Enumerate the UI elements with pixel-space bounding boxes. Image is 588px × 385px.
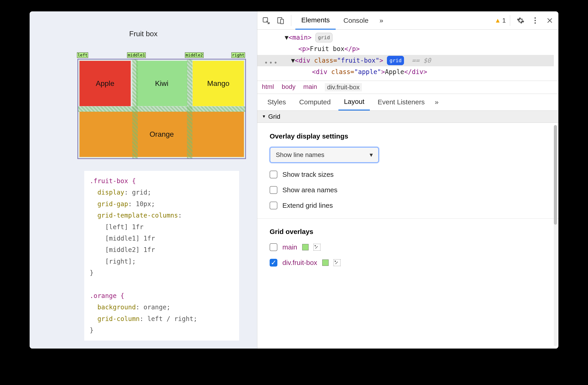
device-toggle-icon[interactable] bbox=[274, 14, 287, 27]
warning-icon: ▲ bbox=[495, 17, 501, 24]
dom-node-main[interactable]: ▼<main> grid bbox=[285, 32, 554, 43]
tab-elements[interactable]: Elements bbox=[295, 11, 336, 30]
overlay-row-fruit-box[interactable]: ✓ div.fruit-box bbox=[270, 259, 546, 267]
reveal-icon[interactable] bbox=[314, 244, 320, 251]
cell-kiwi: Kiwi bbox=[136, 61, 188, 106]
opt-area-names[interactable]: Show area names bbox=[270, 186, 546, 194]
tab-layout[interactable]: Layout bbox=[338, 94, 370, 110]
tab-console[interactable]: Console bbox=[337, 11, 374, 30]
scrollbar[interactable] bbox=[554, 125, 557, 346]
page-title: Fruit box bbox=[30, 30, 257, 38]
dom-node-fruit-box[interactable]: ••• ▼<div class="fruit-box"> grid == $0 bbox=[257, 55, 554, 66]
cell-mango: Mango bbox=[193, 61, 244, 106]
grid-badge[interactable]: grid bbox=[315, 33, 333, 42]
dom-tree[interactable]: ▼<main> grid <p>Fruit box</p> ••• ▼<div … bbox=[257, 30, 558, 81]
warning-count: 1 bbox=[502, 17, 506, 24]
grid-line-label: right bbox=[231, 52, 245, 58]
reveal-icon[interactable] bbox=[334, 259, 340, 266]
layout-pane: Overlay display settings Show line names… bbox=[257, 123, 558, 348]
checkbox[interactable] bbox=[270, 243, 277, 251]
devtools: Elements Console » ▲ 1 ▼<main> grid <p>F… bbox=[257, 11, 558, 348]
svg-rect-2 bbox=[281, 19, 284, 24]
checkbox[interactable] bbox=[270, 186, 277, 194]
color-swatch[interactable] bbox=[302, 244, 309, 250]
disclosure-icon: ▼ bbox=[262, 114, 266, 119]
color-swatch[interactable] bbox=[322, 259, 329, 266]
inspect-icon[interactable] bbox=[260, 14, 272, 27]
divider bbox=[257, 218, 558, 219]
crumb-main[interactable]: main bbox=[303, 83, 317, 91]
svg-point-5 bbox=[534, 22, 536, 24]
tabs-overflow[interactable]: » bbox=[376, 11, 386, 30]
rendered-page: Fruit box left middle1 middle2 right App… bbox=[30, 11, 257, 348]
css-source: .fruit-box { display: grid; grid-gap: 10… bbox=[84, 171, 239, 341]
chevron-down-icon: ▾ bbox=[370, 151, 373, 159]
tab-computed[interactable]: Computed bbox=[294, 94, 336, 110]
overlay-settings-heading: Overlay display settings bbox=[270, 132, 546, 140]
close-icon[interactable] bbox=[543, 14, 556, 27]
crumb-body[interactable]: body bbox=[282, 83, 295, 91]
tab-styles[interactable]: Styles bbox=[262, 94, 292, 110]
grid-line-label: middle1 bbox=[127, 52, 146, 58]
kebab-icon[interactable] bbox=[529, 14, 542, 27]
svg-point-4 bbox=[534, 20, 536, 21]
cell-orange: Orange bbox=[80, 112, 244, 157]
checkbox[interactable] bbox=[270, 171, 277, 178]
styles-tabs: Styles Computed Layout Event Listeners » bbox=[257, 94, 558, 111]
styles-tabs-overflow[interactable]: » bbox=[432, 94, 441, 110]
overlay-row-main[interactable]: main bbox=[270, 243, 546, 251]
grid-overlays-heading: Grid overlays bbox=[270, 228, 546, 235]
line-names-select[interactable]: Show line names ▾ bbox=[270, 147, 379, 163]
devtools-toolbar: Elements Console » ▲ 1 bbox=[257, 11, 558, 30]
settings-icon[interactable] bbox=[514, 14, 527, 27]
opt-extend-lines[interactable]: Extend grid lines bbox=[270, 202, 546, 209]
dom-more-icon[interactable]: ••• bbox=[264, 57, 278, 68]
checkbox[interactable] bbox=[270, 202, 277, 209]
dom-node-p[interactable]: <p>Fruit box</p> bbox=[285, 43, 554, 55]
opt-track-sizes[interactable]: Show track sizes bbox=[270, 171, 546, 178]
dom-node-apple[interactable]: <div class="apple">Apple</div> bbox=[285, 66, 554, 78]
window: Fruit box left middle1 middle2 right App… bbox=[30, 11, 558, 348]
breadcrumb: html body main div.fruit-box bbox=[257, 81, 558, 94]
svg-point-3 bbox=[534, 17, 536, 19]
scrollbar-thumb[interactable] bbox=[554, 125, 557, 225]
fruit-box-grid: Apple Kiwi Mango Orange bbox=[77, 59, 246, 159]
grid-line-label: middle2 bbox=[185, 52, 204, 58]
grid-section-header[interactable]: ▼ Grid bbox=[257, 111, 558, 123]
grid-badge-active[interactable]: grid bbox=[387, 56, 404, 65]
cell-apple: Apple bbox=[80, 61, 131, 106]
crumb-html[interactable]: html bbox=[262, 83, 274, 91]
crumb-fruit-box[interactable]: div.fruit-box bbox=[325, 83, 362, 91]
tab-event-listeners[interactable]: Event Listeners bbox=[372, 94, 430, 110]
grid-line-label: left bbox=[77, 52, 88, 58]
warning-badge[interactable]: ▲ 1 bbox=[495, 17, 506, 24]
checkbox[interactable]: ✓ bbox=[270, 259, 277, 267]
